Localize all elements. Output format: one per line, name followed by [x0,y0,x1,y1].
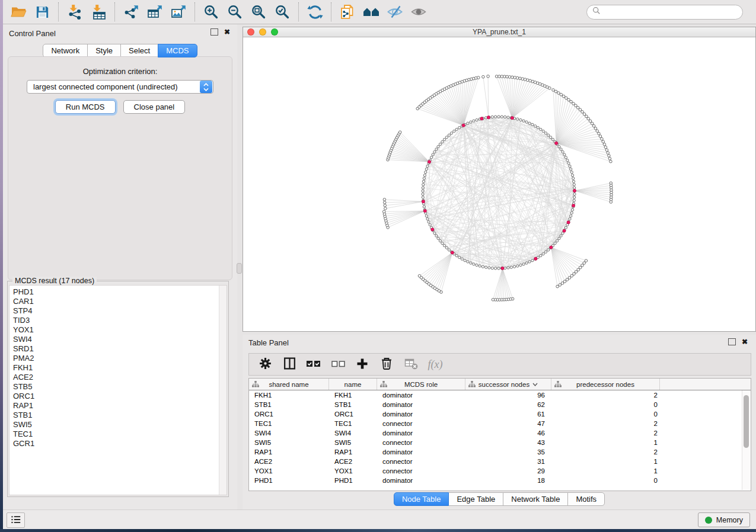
mcds-result-item[interactable]: SWI5 [13,420,227,430]
successor-nodes-cell: 18 [465,476,551,485]
column-header-predecessor-nodes[interactable]: predecessor nodes [551,379,660,390]
tab-edge-table[interactable]: Edge Table [448,492,503,506]
function-builder-button: f(x) [428,357,443,372]
zoom-selected-button[interactable] [270,1,294,23]
duplicate-network-icon [340,4,356,20]
mcds-role-cell: dominator [377,400,465,409]
export-network-button[interactable] [119,1,143,23]
mcds-list-scrollbar[interactable] [219,286,227,495]
tab-style[interactable]: Style [87,44,121,57]
mcds-role-cell: dominator [377,476,465,485]
table-row[interactable]: FKH1FKH1dominator962 [249,390,751,400]
predecessor-nodes-cell: 0 [551,476,660,485]
mcds-result-item[interactable]: SRD1 [13,344,227,354]
first-neighbors-button[interactable] [359,1,383,23]
zoom-out-button[interactable] [223,1,247,23]
memory-status-button[interactable]: Memory [698,512,750,527]
optimization-criterion-select[interactable]: largest connected component (undirected) [27,80,213,94]
network-canvas[interactable] [243,37,755,331]
mcds-result-item[interactable]: SWI4 [13,335,227,344]
mcds-result-item[interactable]: ACE2 [13,373,227,382]
mcds-result-item[interactable]: RAP1 [13,401,227,411]
mcds-result-item[interactable]: YOX1 [13,325,227,335]
mcds-result-item[interactable]: STB5 [13,382,227,392]
column-header-name[interactable]: name [329,379,377,390]
mcds-result-item[interactable]: STP4 [13,306,227,316]
predecessor-nodes-cell: 2 [551,447,660,457]
table-row[interactable]: TEC1TEC1connector472 [249,419,751,428]
table-row[interactable]: SWI5SWI5connector431 [249,438,751,447]
zoom-in-button[interactable] [199,1,223,23]
close-panel-icon[interactable]: ✖ [224,28,230,36]
mcds-result-item[interactable]: PMA2 [13,354,227,363]
shared-name-cell: STB1 [249,400,329,409]
table-row[interactable]: RAP1RAP1dominator352 [249,447,751,457]
table-row[interactable]: YOX1YOX1connector291 [249,466,751,476]
empty-cell [660,419,751,428]
export-image-button[interactable] [167,1,190,23]
table-row[interactable]: SWI4SWI4dominator462 [249,428,751,438]
mcds-result-item[interactable]: ORC1 [13,392,227,401]
create-column-button[interactable] [355,357,370,372]
import-table-button[interactable] [87,1,110,23]
panel-splitter-handle[interactable] [237,263,242,274]
save-session-button[interactable] [30,1,54,23]
export-network-icon [123,4,139,20]
mcds-result-item[interactable]: PHD1 [13,287,227,297]
table-settings-button[interactable] [257,357,273,372]
search-input[interactable] [604,8,737,16]
name-cell: PHD1 [329,476,377,485]
unchecked-boxes-icon [330,357,346,372]
tab-network-table[interactable]: Network Table [503,492,568,506]
float-panel-icon[interactable] [210,28,218,36]
mcds-result-item[interactable]: STB1 [13,411,227,420]
column-header-mcds-role[interactable]: MCDS role [377,379,465,390]
column-header-shared-name[interactable]: shared name [249,379,329,390]
zoom-fit-button[interactable] [247,1,270,23]
table-scrollbar[interactable] [742,390,750,490]
table-row[interactable]: ORC1ORC1dominator610 [249,409,751,419]
tab-network[interactable]: Network [43,44,88,57]
tab-select[interactable]: Select [120,44,158,57]
successor-nodes-cell: 35 [465,447,551,457]
float-panel-icon[interactable] [728,338,736,345]
table-panel-title: Table Panel [248,338,289,347]
close-panel-button[interactable]: Close panel [123,100,186,114]
open-file-button[interactable] [7,1,30,23]
shared-name-cell: ACE2 [249,457,329,466]
control-panel: Control Panel ✖ NetworkStyleSelectMCDS O… [3,24,237,509]
close-panel-icon[interactable]: ✖ [742,338,748,345]
delete-column-button[interactable] [379,357,394,372]
select-all-columns-button[interactable] [306,357,321,372]
open-folder-icon [11,4,27,20]
refresh-button[interactable] [303,1,327,23]
table-row[interactable]: ACE2ACE2connector311 [249,457,751,466]
export-table-button[interactable] [143,1,167,23]
mcds-result-item[interactable]: GCR1 [13,439,227,448]
toggle-panel-layout-button[interactable] [282,357,297,372]
mcds-result-item[interactable]: FKH1 [13,363,227,373]
deselect-all-columns-button[interactable] [330,357,346,372]
tab-motifs[interactable]: Motifs [567,492,605,506]
mcds-result-list[interactable]: PHD1CAR1STP4TID3YOX1SWI4SRD1PMA2FKH1ACE2… [9,285,227,495]
hide-selected-button[interactable] [383,1,407,23]
import-network-button[interactable] [63,1,87,23]
table-scrollbar-thumb[interactable] [744,395,749,448]
task-history-button[interactable] [7,512,25,528]
mcds-result-item[interactable]: CAR1 [13,297,227,306]
search-box[interactable] [586,5,743,20]
table-row[interactable]: STB1STB1dominator620 [249,400,751,409]
mcds-result-item[interactable]: TEC1 [13,430,227,439]
search-icon [592,7,601,17]
show-all-button[interactable] [407,1,430,23]
column-header-successor-nodes[interactable]: successor nodes [465,379,551,390]
tab-node-table[interactable]: Node Table [394,492,449,506]
export-table-icon [147,4,163,20]
tab-mcds[interactable]: MCDS [158,44,197,57]
run-mcds-button[interactable]: Run MCDS [55,100,116,114]
table-row[interactable]: PHD1PHD1dominator180 [249,476,751,485]
mcds-result-item[interactable]: TID3 [13,316,227,325]
name-cell: STB1 [329,400,377,409]
save-icon [35,5,50,20]
duplicate-network-button[interactable] [336,1,359,23]
